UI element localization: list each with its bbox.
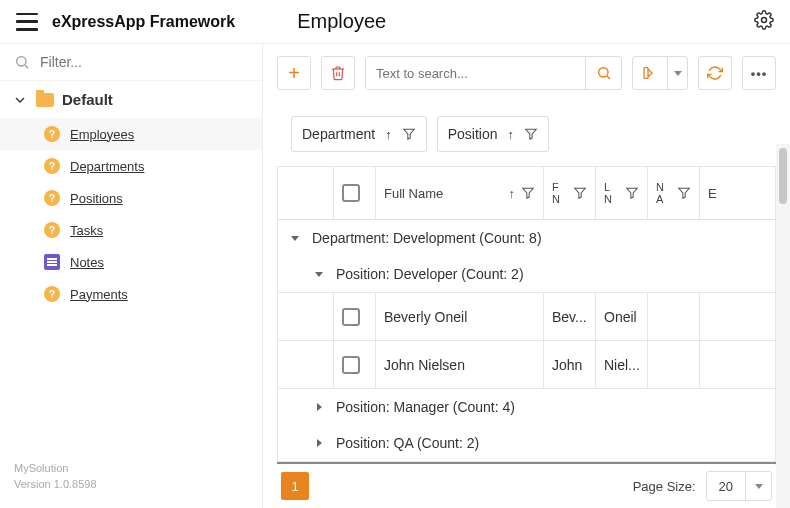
- table-row[interactable]: Beverly Oneil Bev... Oneil: [278, 292, 775, 340]
- page-1-button[interactable]: 1: [281, 472, 309, 500]
- group-row-department[interactable]: Department: Development (Count: 8): [278, 220, 775, 256]
- chevron-right-icon: [317, 403, 322, 411]
- svg-marker-7: [526, 129, 537, 139]
- question-icon: ?: [44, 222, 60, 238]
- sidebar-item-departments[interactable]: ?Departments: [0, 150, 262, 182]
- sidebar-item-positions[interactable]: ?Positions: [0, 182, 262, 214]
- search-icon: [14, 54, 30, 70]
- refresh-icon: [707, 65, 723, 81]
- new-button[interactable]: +: [277, 56, 311, 90]
- select-all-checkbox[interactable]: [342, 184, 360, 202]
- search-icon: [596, 65, 612, 81]
- column-header-first[interactable]: F N: [552, 181, 560, 205]
- nav-folder-default[interactable]: Default: [0, 81, 262, 118]
- column-header-extra2[interactable]: E: [708, 186, 717, 201]
- group-row-position-developer[interactable]: Position: Developer (Count: 2): [278, 256, 775, 292]
- svg-marker-9: [575, 188, 586, 198]
- filter-icon[interactable]: [524, 127, 538, 141]
- sidebar-item-label: Employees: [70, 127, 134, 142]
- filter-icon[interactable]: [677, 186, 691, 200]
- export-split-button[interactable]: [632, 56, 688, 90]
- menu-button[interactable]: [16, 13, 38, 31]
- group-label: Position: Developer (Count: 2): [336, 266, 524, 282]
- column-header-extra[interactable]: N A: [656, 181, 664, 205]
- notes-icon: [44, 254, 60, 270]
- sidebar-item-label: Notes: [70, 255, 104, 270]
- filter-icon[interactable]: [402, 127, 416, 141]
- column-header-fullname[interactable]: Full Name: [384, 186, 503, 201]
- pagesize-select[interactable]: 20: [706, 471, 772, 501]
- svg-marker-8: [523, 188, 534, 198]
- svg-line-2: [25, 65, 28, 68]
- gear-icon: [754, 10, 774, 30]
- sidebar-item-label: Payments: [70, 287, 128, 302]
- expand-toggle[interactable]: [312, 403, 326, 411]
- group-row-position-manager[interactable]: Position: Manager (Count: 4): [278, 388, 775, 425]
- chevron-down-icon: [315, 272, 323, 277]
- svg-rect-5: [644, 68, 648, 79]
- cell-first: Bev...: [544, 293, 596, 340]
- more-actions-button[interactable]: •••: [742, 56, 776, 90]
- question-icon: ?: [44, 158, 60, 174]
- sidebar-item-employees[interactable]: ?Employees: [0, 118, 262, 150]
- refresh-button[interactable]: [698, 56, 732, 90]
- folder-icon: [36, 93, 54, 107]
- chevron-down-icon: [291, 236, 299, 241]
- group-chip-department[interactable]: Department ↑: [291, 116, 427, 152]
- pagesize-label: Page Size:: [633, 479, 696, 494]
- pagesize-value: 20: [707, 479, 745, 494]
- group-chip-label: Position: [448, 126, 498, 142]
- main-area: + ••• D: [263, 44, 790, 508]
- cell-fullname: John Nielsen: [376, 341, 544, 388]
- sidebar: Default ?Employees?Departments?Positions…: [0, 44, 263, 508]
- expand-toggle[interactable]: [312, 439, 326, 447]
- search-input[interactable]: [366, 57, 585, 89]
- nav-folder-label: Default: [62, 91, 113, 108]
- cell-fullname: Beverly Oneil: [376, 293, 544, 340]
- svg-point-3: [598, 68, 607, 77]
- row-checkbox[interactable]: [342, 356, 360, 374]
- export-button[interactable]: [633, 57, 667, 89]
- filter-icon[interactable]: [573, 186, 587, 200]
- export-dropdown[interactable]: [667, 57, 687, 89]
- svg-marker-10: [627, 188, 638, 198]
- delete-button[interactable]: [321, 56, 355, 90]
- trash-icon: [330, 65, 346, 81]
- group-chip-position[interactable]: Position ↑: [437, 116, 549, 152]
- group-chip-label: Department: [302, 126, 375, 142]
- cell-last: Oneil: [596, 293, 648, 340]
- cell-first: John: [544, 341, 596, 388]
- column-header-last[interactable]: L N: [604, 181, 612, 205]
- filter-icon[interactable]: [625, 186, 639, 200]
- nav-filter-input[interactable]: [40, 54, 248, 70]
- filter-icon[interactable]: [521, 186, 535, 200]
- sidebar-item-label: Positions: [70, 191, 123, 206]
- sort-asc-icon[interactable]: ↑: [509, 186, 516, 201]
- footer-version: Version 1.0.8598: [14, 477, 248, 492]
- search-button[interactable]: [585, 57, 621, 89]
- vertical-scrollbar[interactable]: [776, 144, 790, 508]
- expand-toggle[interactable]: [288, 236, 302, 241]
- cell-last: Niel...: [596, 341, 648, 388]
- footer-app: MySolution: [14, 461, 248, 476]
- chevron-down-icon: [12, 92, 28, 108]
- question-icon: ?: [44, 286, 60, 302]
- sort-asc-icon: ↑: [507, 127, 514, 142]
- chevron-down-icon: [674, 71, 682, 76]
- svg-point-1: [17, 57, 26, 66]
- row-checkbox[interactable]: [342, 308, 360, 326]
- sidebar-item-payments[interactable]: ?Payments: [0, 278, 262, 310]
- sidebar-item-notes[interactable]: Notes: [0, 246, 262, 278]
- expand-toggle[interactable]: [312, 272, 326, 277]
- group-label: Position: Manager (Count: 4): [336, 399, 515, 415]
- question-icon: ?: [44, 126, 60, 142]
- settings-button[interactable]: [754, 10, 774, 33]
- export-icon: [642, 65, 658, 81]
- svg-point-0: [762, 18, 767, 23]
- table-row[interactable]: John Nielsen John Niel...: [278, 340, 775, 388]
- group-row-position-qa[interactable]: Position: QA (Count: 2): [278, 425, 775, 461]
- chevron-right-icon: [317, 439, 322, 447]
- svg-marker-11: [679, 188, 690, 198]
- sidebar-item-tasks[interactable]: ?Tasks: [0, 214, 262, 246]
- group-label: Position: QA (Count: 2): [336, 435, 479, 451]
